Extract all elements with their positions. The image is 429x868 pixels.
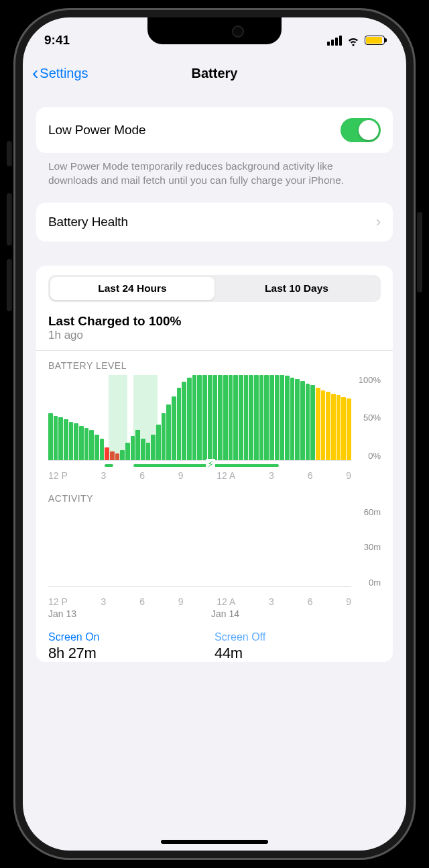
wifi-icon bbox=[347, 34, 360, 47]
chevron-right-icon: › bbox=[376, 213, 381, 231]
screen-on-stat: Screen On 8h 27m bbox=[48, 631, 214, 662]
activity-chart: 60m30m0m bbox=[48, 508, 381, 587]
chevron-left-icon: ‹ bbox=[32, 64, 38, 83]
last-charge-sub: 1h ago bbox=[36, 329, 393, 350]
lpm-label: Low Power Mode bbox=[48, 123, 145, 138]
activity-label: ACTIVITY bbox=[36, 493, 393, 508]
nav-bar: ‹ Settings Battery bbox=[23, 55, 406, 91]
screen-on-value: 8h 27m bbox=[48, 643, 214, 662]
battery-health-row[interactable]: Battery Health › bbox=[36, 203, 393, 241]
seg-10d[interactable]: Last 10 Days bbox=[214, 277, 379, 300]
home-indicator[interactable] bbox=[161, 840, 268, 844]
notch bbox=[147, 17, 282, 44]
low-power-mode-card: Low Power Mode bbox=[36, 107, 393, 153]
back-button[interactable]: ‹ Settings bbox=[32, 64, 88, 83]
last-charge-title: Last Charged to 100% bbox=[36, 314, 393, 329]
seg-24h[interactable]: Last 24 Hours bbox=[50, 277, 214, 300]
screen-off-value: 44m bbox=[214, 643, 381, 662]
battery-level-label: BATTERY LEVEL bbox=[36, 360, 393, 375]
screen-off-stat: Screen Off 44m bbox=[214, 631, 381, 662]
lpm-description: Low Power Mode temporarily reduces backg… bbox=[36, 153, 393, 188]
lpm-toggle[interactable] bbox=[341, 118, 381, 142]
screen-on-label: Screen On bbox=[48, 631, 214, 643]
cellular-icon bbox=[327, 36, 342, 46]
status-time: 9:41 bbox=[44, 33, 70, 48]
screen-off-label: Screen Off bbox=[214, 631, 381, 643]
activity-x-axis: 12 P36912 A369 bbox=[48, 596, 351, 607]
usage-card: Last 24 Hours Last 10 Days Last Charged … bbox=[36, 266, 393, 662]
bolt-icon: ⚡︎ bbox=[206, 459, 215, 470]
page-title: Battery bbox=[192, 66, 238, 81]
battery-icon bbox=[365, 36, 385, 45]
back-label: Settings bbox=[40, 66, 88, 81]
time-range-segmented[interactable]: Last 24 Hours Last 10 Days bbox=[48, 275, 381, 302]
battery-x-axis: 12 P36912 A369 bbox=[48, 470, 351, 481]
battery-level-chart: ⚡︎ 100%50%0% bbox=[48, 375, 381, 461]
battery-health-label: Battery Health bbox=[48, 215, 128, 229]
date-axis: Jan 13Jan 14 bbox=[36, 607, 393, 619]
